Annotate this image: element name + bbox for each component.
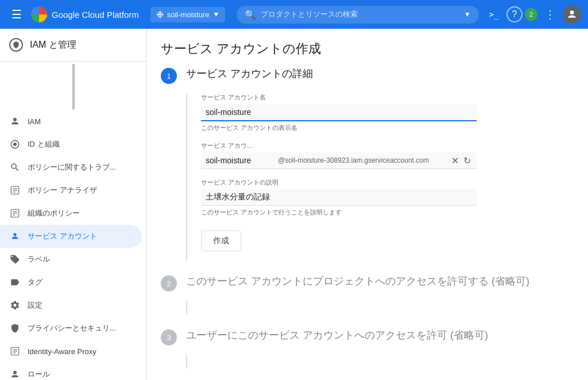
project-name: soil-moisture: [167, 10, 210, 19]
sidebar-scroll-area: IAM ID と組織 ポリシーに関するトラブ... ポリシー アナライザ: [0, 62, 146, 380]
main-content: サービス アカウントの作成 1 サービス アカウントの詳細 サービス アカウント…: [147, 29, 588, 380]
service-account-id-input[interactable]: [201, 152, 276, 168]
privacy-security-icon: [9, 323, 21, 334]
step-2-number: 2: [161, 275, 177, 291]
sidebar-item-policy-analyzer[interactable]: ポリシー アナライザ: [0, 179, 142, 202]
main-layout: IAM と管理 IAM ID と組織 ポリシーに関す: [0, 29, 588, 380]
sidebar-item-service-accounts-label: サービス アカウント: [28, 231, 97, 241]
sidebar-title: IAM と管理: [30, 39, 76, 51]
app-logo: Google Cloud Platform: [31, 6, 139, 22]
step-3-title: ユーザーにこのサービス アカウントへのアクセスを許可 (省略可): [186, 328, 488, 342]
step-1-section: 1 サービス アカウントの詳細 サービス アカウント名 このサービス アカウント…: [161, 67, 574, 260]
step-3-number: 3: [161, 329, 177, 346]
top-navigation: ☰ Google Cloud Platform ❉ soil-moisture …: [0, 0, 588, 29]
page-title: サービス アカウントの作成: [161, 29, 574, 67]
sidebar-item-privacy-security-label: プライバシーとセキュリ...: [28, 323, 116, 333]
iam-icon: [9, 116, 21, 127]
sidebar-item-privacy-security[interactable]: プライバシーとセキュリ...: [0, 317, 142, 340]
step-2-section: 2 このサービス アカウントにプロジェクトへのアクセスを許可する (省略可): [161, 274, 574, 314]
service-account-id-group: サービス アカウ... @soil-moisture-308923.iam.gs…: [201, 141, 574, 169]
sidebar-item-iam-label: IAM: [28, 117, 41, 126]
service-account-name-input[interactable]: [201, 104, 477, 121]
org-policy-icon: [9, 208, 21, 219]
sidebar-item-identity-label: ID と組織: [28, 139, 60, 149]
iap-icon: [9, 346, 21, 357]
svg-point-0: [570, 10, 574, 14]
project-selector[interactable]: ❉ soil-moisture ▼: [150, 7, 226, 22]
sidebar-item-org-policy[interactable]: 組織のポリシー: [0, 202, 142, 225]
cloud-shell-button[interactable]: >_: [483, 4, 504, 25]
tags-icon: [9, 277, 21, 288]
service-account-id-actions: ✕ ↻: [450, 154, 477, 167]
sidebar-item-settings[interactable]: 設定: [0, 294, 142, 317]
service-account-desc-hint: このサービス アカウントで行うことを説明します: [201, 208, 574, 217]
search-icon: 🔍: [245, 9, 256, 20]
search-bar[interactable]: 🔍 プロダクトとリソースの検索 ▼: [237, 6, 479, 24]
sidebar-item-roles[interactable]: ロール: [0, 363, 142, 380]
step-3-line: [186, 355, 574, 369]
service-account-id-field: @soil-moisture-308923.iam.gserviceaccoun…: [201, 152, 477, 169]
service-account-name-group: サービス アカウント名 このサービス アカウントの表示名: [201, 93, 574, 132]
sidebar-item-policy-troubleshoot[interactable]: ポリシーに関するトラブ...: [0, 156, 142, 179]
service-account-desc-input[interactable]: [201, 189, 477, 206]
sidebar-item-iam[interactable]: IAM: [0, 110, 142, 133]
sidebar-item-policy-analyzer-label: ポリシー アナライザ: [28, 185, 97, 195]
service-accounts-icon: [9, 231, 21, 242]
service-account-name-hint: このサービス アカウントの表示名: [201, 124, 574, 132]
iam-shield-icon: [9, 38, 23, 52]
google-cloud-logo-icon: [31, 6, 47, 22]
service-account-id-label: サービス アカウ...: [201, 141, 574, 150]
step-1-header: 1 サービス アカウントの詳細: [161, 67, 574, 84]
sidebar-item-org-policy-label: 組織のポリシー: [28, 208, 80, 218]
sidebar-item-service-accounts[interactable]: サービス アカウント: [0, 225, 142, 248]
clear-id-button[interactable]: ✕: [450, 154, 460, 167]
identity-icon: [9, 139, 21, 150]
policy-troubleshoot-icon: [9, 162, 21, 173]
step-2-line: [186, 301, 574, 314]
project-icon: ❉: [156, 9, 164, 20]
sidebar-item-iap-label: Identity-Aware Proxy: [28, 347, 96, 356]
sidebar-header: IAM と管理: [0, 29, 146, 62]
service-account-id-suffix: @soil-moisture-308923.iam.gserviceaccoun…: [276, 153, 450, 168]
service-account-name-label: サービス アカウント名: [201, 93, 574, 102]
notification-badge[interactable]: 2: [525, 8, 537, 21]
svg-point-12: [13, 233, 16, 236]
service-account-desc-label: サービス アカウントの説明: [201, 178, 574, 187]
create-button[interactable]: 作成: [201, 231, 241, 251]
service-account-desc-group: サービス アカウントの説明 このサービス アカウントで行うことを説明します: [201, 178, 574, 217]
sidebar-scrollbar-thumb[interactable]: [72, 64, 75, 110]
step-1-title: サービス アカウントの詳細: [186, 67, 313, 80]
sidebar-item-roles-label: ロール: [28, 369, 50, 379]
sidebar-item-labels-label: ラベル: [28, 254, 50, 264]
step-2-title: このサービス アカウントにプロジェクトへのアクセスを許可する (省略可): [186, 274, 529, 288]
sidebar-item-tags[interactable]: タグ: [0, 271, 142, 294]
policy-analyzer-icon: [9, 185, 21, 196]
sidebar-item-iap[interactable]: Identity-Aware Proxy: [0, 340, 142, 363]
sidebar-item-tags-label: タグ: [28, 277, 42, 287]
step-3-section: 3 ユーザーにこのサービス アカウントへのアクセスを許可 (省略可): [161, 328, 574, 369]
sidebar-item-identity[interactable]: ID と組織: [0, 133, 142, 156]
sidebar-item-settings-label: 設定: [28, 300, 42, 310]
step-2-header: 2 このサービス アカウントにプロジェクトへのアクセスを許可する (省略可): [161, 274, 574, 291]
nav-actions: >_ ? 2 ⋮: [483, 4, 581, 25]
user-avatar[interactable]: [563, 5, 581, 24]
svg-point-3: [13, 143, 17, 146]
more-options-button[interactable]: ⋮: [540, 4, 560, 25]
step-1-number: 1: [161, 68, 177, 84]
search-dropdown-arrow: ▼: [464, 10, 471, 18]
project-dropdown-arrow: ▼: [212, 10, 219, 18]
step-1-content: サービス アカウント名 このサービス アカウントの表示名 サービス アカウ...…: [186, 93, 574, 260]
roles-icon: [9, 369, 21, 380]
sidebar-item-policy-troubleshoot-label: ポリシーに関するトラブ...: [28, 162, 116, 172]
search-placeholder-text: プロダクトとリソースの検索: [261, 9, 459, 20]
sidebar-item-labels[interactable]: ラベル: [0, 248, 142, 271]
step-3-header: 3 ユーザーにこのサービス アカウントへのアクセスを許可 (省略可): [161, 328, 574, 346]
refresh-id-button[interactable]: ↻: [462, 154, 472, 167]
sidebar: IAM と管理 IAM ID と組織 ポリシーに関す: [0, 29, 147, 380]
menu-icon[interactable]: ☰: [7, 3, 26, 26]
help-button[interactable]: ?: [506, 6, 523, 22]
svg-point-17: [13, 371, 17, 374]
app-title: Google Cloud Platform: [52, 10, 139, 20]
settings-icon: [9, 300, 21, 311]
labels-icon: [9, 254, 21, 265]
